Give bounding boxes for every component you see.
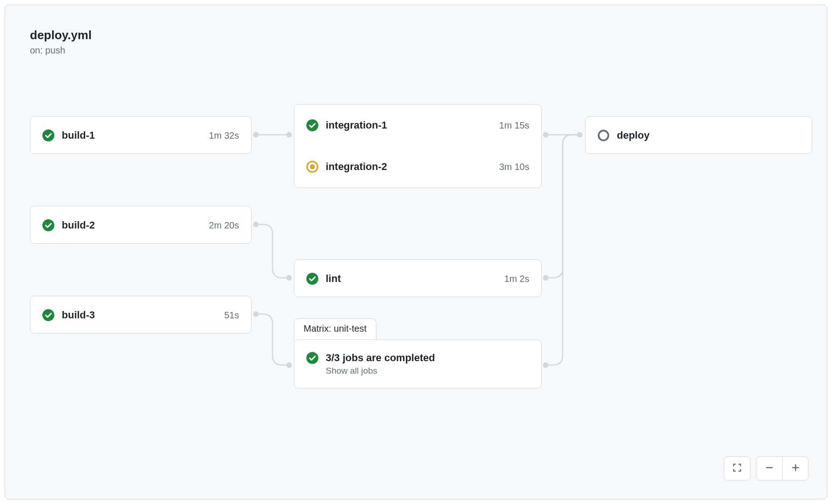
pending-circle-icon xyxy=(598,129,609,141)
workflow-title: deploy.yml xyxy=(30,28,92,42)
job-row[interactable]: integration-1 1m 15s xyxy=(294,105,541,146)
svg-point-4 xyxy=(253,311,259,317)
job-row: deploy xyxy=(586,117,812,154)
job-row: build-3 51s xyxy=(30,296,251,334)
job-row: lint 1m 2s xyxy=(294,260,541,298)
svg-point-7 xyxy=(543,275,548,281)
job-node-build-1[interactable]: build-1 1m 32s xyxy=(30,116,252,154)
job-row[interactable]: integration-2 3m 10s xyxy=(294,146,541,188)
check-circle-icon xyxy=(306,119,318,131)
job-row: build-2 2m 20s xyxy=(30,206,251,244)
job-name: build-2 xyxy=(62,219,209,231)
job-node-build-2[interactable]: build-2 2m 20s xyxy=(30,206,252,244)
job-duration: 1m 32s xyxy=(209,130,239,141)
job-name: integration-2 xyxy=(326,161,499,173)
job-node-deploy[interactable]: deploy xyxy=(585,116,812,154)
matrix-summary: 3/3 jobs are completed xyxy=(326,352,435,364)
fullscreen-icon xyxy=(732,463,742,474)
check-circle-icon xyxy=(306,352,318,364)
zoom-out-button[interactable] xyxy=(756,457,782,480)
job-name: deploy xyxy=(617,129,800,141)
matrix-show-all-link[interactable]: Show all jobs xyxy=(326,366,435,376)
check-circle-icon xyxy=(306,273,318,285)
check-circle-icon xyxy=(42,129,54,141)
graph-controls xyxy=(724,457,809,481)
workflow-header: deploy.yml on: push xyxy=(30,28,92,56)
svg-point-16 xyxy=(306,273,318,285)
job-duration: 1m 15s xyxy=(499,120,529,131)
job-group-integration[interactable]: integration-1 1m 15s integration-2 3m 10… xyxy=(294,104,542,188)
matrix-body: 3/3 jobs are completed Show all jobs xyxy=(294,340,541,388)
svg-point-3 xyxy=(287,275,292,281)
svg-point-2 xyxy=(253,222,259,227)
in-progress-icon xyxy=(306,161,318,173)
graph-edges xyxy=(5,5,827,499)
check-circle-icon xyxy=(42,219,54,231)
job-duration: 1m 2s xyxy=(504,274,529,284)
job-name: integration-1 xyxy=(326,119,499,131)
workflow-trigger: on: push xyxy=(30,45,92,56)
svg-point-8 xyxy=(543,363,548,368)
svg-point-18 xyxy=(598,130,608,140)
job-node-lint[interactable]: lint 1m 2s xyxy=(294,259,542,297)
svg-point-0 xyxy=(253,132,259,137)
job-name: build-1 xyxy=(62,129,209,141)
svg-point-6 xyxy=(543,132,548,137)
job-duration: 2m 20s xyxy=(209,220,239,231)
job-name: lint xyxy=(326,273,504,285)
svg-point-1 xyxy=(287,132,292,137)
svg-point-5 xyxy=(287,363,292,368)
job-name: build-3 xyxy=(62,309,224,321)
svg-point-12 xyxy=(42,309,54,321)
svg-point-11 xyxy=(42,219,54,231)
job-node-build-3[interactable]: build-3 51s xyxy=(30,296,252,334)
minus-icon xyxy=(765,463,774,474)
job-row: build-1 1m 32s xyxy=(30,117,251,154)
plus-icon xyxy=(791,463,800,474)
workflow-graph-canvas[interactable]: deploy.yml on: push build- xyxy=(5,5,827,499)
job-duration: 3m 10s xyxy=(499,162,529,172)
svg-point-9 xyxy=(577,132,582,137)
job-duration: 51s xyxy=(224,310,239,321)
svg-point-17 xyxy=(306,352,318,364)
fullscreen-button[interactable] xyxy=(724,457,750,480)
svg-point-10 xyxy=(42,129,54,141)
svg-point-15 xyxy=(310,164,315,169)
svg-point-13 xyxy=(306,119,318,131)
zoom-in-button[interactable] xyxy=(782,457,808,480)
matrix-node-unit-test[interactable]: 3/3 jobs are completed Show all jobs xyxy=(294,340,542,388)
matrix-tab[interactable]: Matrix: unit-test xyxy=(294,318,376,340)
check-circle-icon xyxy=(42,309,54,321)
